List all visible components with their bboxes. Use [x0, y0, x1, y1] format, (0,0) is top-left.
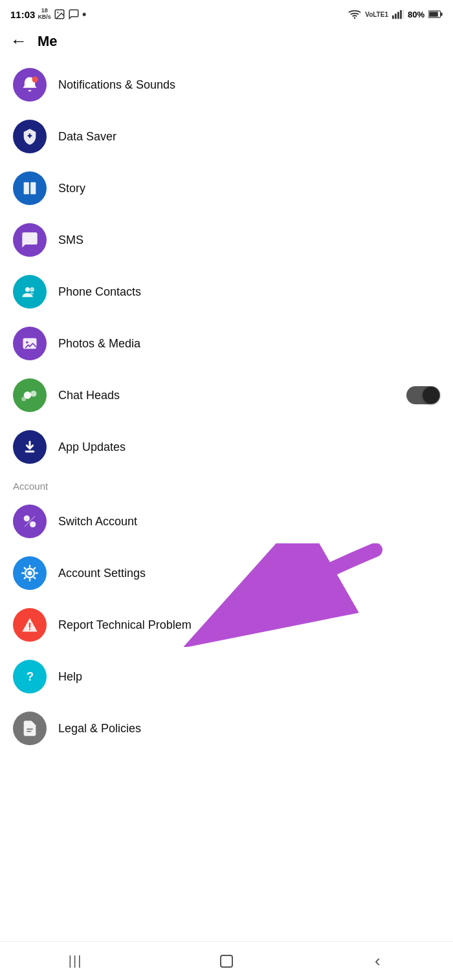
- svg-point-25: [24, 516, 30, 521]
- svg-point-19: [26, 342, 28, 344]
- status-left: 11:03 18 KB/s •: [10, 8, 86, 21]
- notifications-label: Notifications & Sounds: [58, 78, 440, 92]
- data-saver-icon: [13, 120, 47, 153]
- wifi-icon: [348, 9, 361, 19]
- switch-account-label: Switch Account: [58, 515, 440, 528]
- status-speed: 18 KB/s: [38, 8, 51, 21]
- svg-point-21: [30, 391, 36, 397]
- menu-item-chat-heads[interactable]: Chat Heads: [0, 369, 453, 421]
- menu-item-switch-account[interactable]: Switch Account: [0, 495, 453, 547]
- legal-label: Legal & Policies: [58, 722, 440, 735]
- menu-item-photos-media[interactable]: Photos & Media: [0, 318, 453, 369]
- svg-point-16: [25, 287, 30, 292]
- svg-rect-7: [403, 10, 404, 19]
- sms-icon: [13, 223, 47, 257]
- menu-item-story[interactable]: Story: [0, 162, 453, 214]
- svg-rect-3: [392, 16, 394, 19]
- menu-item-account-settings[interactable]: Account Settings: [0, 547, 453, 599]
- help-label: Help: [58, 670, 440, 684]
- svg-point-30: [29, 629, 30, 630]
- legal-icon: [13, 712, 47, 745]
- menu-item-report-problem[interactable]: Report Technical Problem: [0, 599, 453, 651]
- phone-contacts-icon: [13, 275, 47, 309]
- svg-rect-36: [221, 955, 232, 967]
- photos-media-icon: [13, 327, 47, 360]
- svg-point-2: [354, 17, 356, 19]
- menu-item-sms[interactable]: SMS: [0, 214, 453, 266]
- account-settings-label: Account Settings: [58, 567, 440, 580]
- bottom-navigation: ||| ‹: [0, 941, 453, 980]
- menu-item-phone-contacts[interactable]: Phone Contacts: [0, 266, 453, 318]
- report-problem-label: Report Technical Problem: [58, 618, 440, 632]
- svg-rect-9: [441, 12, 443, 16]
- svg-rect-14: [24, 182, 29, 195]
- chat-heads-toggle-container: [406, 386, 440, 404]
- status-bar: 11:03 18 KB/s • VoLTE1 80%: [0, 0, 453, 26]
- chat-heads-toggle[interactable]: [406, 386, 440, 404]
- svg-point-26: [30, 521, 36, 527]
- header: ← Me: [0, 26, 453, 59]
- svg-rect-15: [30, 182, 36, 195]
- switch-account-icon: [13, 505, 47, 538]
- svg-text:?: ?: [27, 670, 34, 683]
- app-updates-icon: [13, 430, 47, 464]
- nav-back[interactable]: ‹: [364, 948, 390, 974]
- data-saver-label: Data Saver: [58, 130, 440, 144]
- image-icon: [54, 8, 65, 20]
- menu-item-notifications[interactable]: Notifications & Sounds: [0, 59, 453, 111]
- menu-item-legal[interactable]: Legal & Policies: [0, 702, 453, 754]
- chat-heads-label: Chat Heads: [58, 389, 395, 402]
- back-button[interactable]: ←: [10, 31, 27, 51]
- account-section-label: Account: [0, 473, 453, 495]
- sms-label: SMS: [58, 234, 440, 247]
- account-menu-list: Switch Account Account Settings Report T…: [0, 495, 453, 754]
- svg-point-1: [57, 12, 58, 13]
- chat-heads-toggle-knob: [423, 387, 439, 404]
- status-time: 11:03: [10, 9, 35, 20]
- menu-item-data-saver[interactable]: Data Saver: [0, 111, 453, 162]
- menu-list: Notifications & Sounds Data Saver Story …: [0, 59, 453, 473]
- svg-rect-4: [395, 14, 397, 19]
- account-settings-icon: [13, 556, 47, 590]
- menu-item-help[interactable]: ? Help: [0, 651, 453, 702]
- phone-contacts-label: Phone Contacts: [58, 285, 440, 299]
- signal-icon: [392, 9, 404, 19]
- battery-icon: [428, 10, 443, 19]
- report-problem-icon: [13, 608, 47, 642]
- page-title: Me: [38, 33, 58, 50]
- svg-rect-5: [397, 12, 399, 19]
- notifications-icon: [13, 68, 47, 102]
- lte-indicator: VoLTE1: [365, 11, 388, 18]
- app-updates-label: App Updates: [58, 441, 440, 454]
- nav-recents[interactable]: |||: [63, 948, 89, 974]
- dot-indicator: •: [82, 8, 86, 21]
- svg-point-11: [32, 76, 38, 82]
- help-icon: ?: [13, 660, 47, 693]
- svg-rect-13: [29, 133, 30, 138]
- battery-text: 80%: [408, 10, 425, 19]
- svg-point-27: [28, 571, 32, 576]
- story-label: Story: [58, 182, 440, 195]
- menu-item-app-updates[interactable]: App Updates: [0, 421, 453, 473]
- svg-point-22: [21, 397, 26, 401]
- svg-rect-10: [429, 12, 438, 17]
- message-icon: [68, 8, 80, 20]
- svg-point-17: [30, 287, 34, 292]
- status-right: VoLTE1 80%: [348, 9, 443, 19]
- chat-heads-icon: [13, 378, 47, 412]
- photos-media-label: Photos & Media: [58, 337, 440, 351]
- story-icon: [13, 171, 47, 205]
- nav-home[interactable]: [214, 948, 239, 974]
- svg-rect-6: [400, 10, 402, 19]
